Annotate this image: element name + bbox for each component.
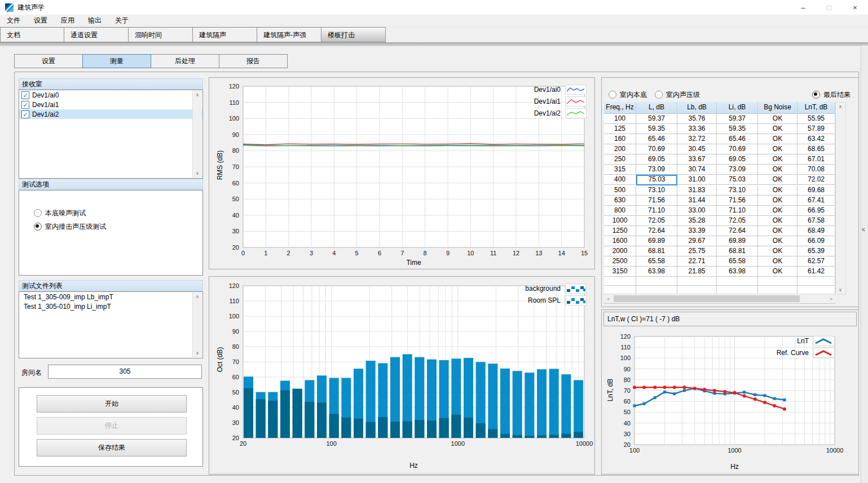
checkbox-icon[interactable]: ✓: [21, 91, 29, 99]
table-cell[interactable]: 29.67: [677, 236, 717, 246]
channel-list-scrollbar[interactable]: ∧ ∨: [192, 91, 202, 178]
table-cell[interactable]: 59.35: [717, 124, 758, 134]
minimize-icon[interactable]: –: [790, 0, 816, 15]
table-cell[interactable]: 67.58: [797, 216, 835, 226]
file-list-scrollbar[interactable]: ∧ ∨: [192, 293, 202, 357]
table-cell[interactable]: [758, 277, 797, 286]
scroll-down-icon[interactable]: ∨: [193, 169, 202, 178]
view-option[interactable]: 室内本底: [609, 88, 647, 101]
table-cell[interactable]: 31.83: [677, 185, 717, 196]
table-cell[interactable]: 70.69: [636, 144, 677, 154]
table-cell[interactable]: OK: [758, 134, 797, 144]
table-cell[interactable]: 25.75: [677, 246, 717, 256]
table-cell[interactable]: OK: [758, 256, 797, 267]
table-cell[interactable]: 65.39: [797, 246, 835, 256]
table-cell[interactable]: 35.76: [677, 114, 717, 124]
scroll-thumb[interactable]: [614, 295, 800, 302]
file-list-item[interactable]: Test 1_305-010_imp Li_impT: [19, 302, 202, 311]
table-cell[interactable]: 21.85: [677, 267, 717, 277]
table-cell[interactable]: 59.37: [717, 114, 758, 124]
table-cell[interactable]: 69.05: [717, 154, 758, 165]
scroll-down-icon[interactable]: ∨: [193, 349, 202, 357]
table-cell[interactable]: 69.05: [636, 154, 677, 165]
menu-item-输出[interactable]: 输出: [88, 16, 102, 25]
table-cell[interactable]: 63.98: [717, 267, 758, 277]
table-cell[interactable]: 70.08: [797, 165, 835, 175]
table-cell[interactable]: 33.36: [677, 124, 717, 134]
table-cell[interactable]: 33.39: [677, 226, 717, 236]
table-cell[interactable]: 30.74: [677, 165, 717, 175]
table-cell[interactable]: OK: [758, 206, 797, 216]
scroll-up-icon[interactable]: ∧: [193, 91, 202, 99]
table-cell[interactable]: OK: [758, 226, 797, 236]
scroll-right-icon[interactable]: >: [827, 294, 835, 303]
maximize-icon[interactable]: □: [816, 0, 842, 15]
table-cell[interactable]: 55.95: [797, 114, 835, 124]
table-cell[interactable]: OK: [758, 236, 797, 246]
channel-list-item[interactable]: ✓Dev1/ai0: [19, 90, 202, 100]
tab-楼板打击[interactable]: 楼板打击: [321, 27, 386, 42]
channel-list-item[interactable]: ✓Dev1/ai1: [19, 100, 202, 109]
table-cell[interactable]: OK: [758, 124, 797, 134]
table-cell[interactable]: 1600: [604, 236, 636, 246]
table-cell[interactable]: OK: [758, 267, 797, 277]
stop-button[interactable]: 停止: [37, 417, 187, 435]
menu-item-文件[interactable]: 文件: [7, 16, 20, 25]
table-cell[interactable]: 315: [604, 165, 636, 175]
view-option[interactable]: 室内声压级: [655, 88, 700, 101]
table-cell[interactable]: 69.89: [717, 236, 758, 246]
menu-item-设置[interactable]: 设置: [34, 16, 47, 25]
radio-icon[interactable]: [34, 223, 42, 231]
side-collapse-strip[interactable]: <: [861, 46, 868, 483]
table-cell[interactable]: 2000: [604, 246, 636, 256]
subtab-后处理[interactable]: 后处理: [151, 54, 219, 68]
table-cell[interactable]: 67.01: [797, 154, 835, 165]
table-cell[interactable]: 68.81: [636, 246, 677, 256]
file-list-item[interactable]: Test 1_305-009_imp Lb_impT: [19, 292, 202, 302]
close-icon[interactable]: ×: [842, 0, 868, 15]
table-cell[interactable]: 72.64: [717, 226, 758, 236]
table-cell[interactable]: 70.69: [717, 144, 758, 154]
table-cell[interactable]: OK: [758, 216, 797, 226]
radio-icon[interactable]: [34, 209, 42, 217]
table-cell[interactable]: [604, 277, 636, 286]
radio-icon[interactable]: [812, 91, 820, 99]
scroll-up-icon[interactable]: ∧: [193, 293, 202, 301]
table-cell[interactable]: 69.89: [636, 236, 677, 246]
table-cell[interactable]: 22.71: [677, 256, 717, 267]
radio-icon[interactable]: [655, 91, 663, 99]
table-cell[interactable]: 71.10: [717, 206, 758, 216]
room-name-input[interactable]: 305: [48, 365, 202, 379]
table-cell[interactable]: 800: [604, 206, 636, 216]
table-cell[interactable]: 63.42: [797, 134, 835, 144]
table-cell[interactable]: OK: [758, 196, 797, 206]
table-cell[interactable]: 33.00: [677, 206, 717, 216]
table-cell[interactable]: 72.64: [636, 226, 677, 236]
save-results-button[interactable]: 保存结果: [37, 439, 187, 457]
table-cell[interactable]: 500: [604, 185, 636, 196]
menu-item-应用[interactable]: 应用: [61, 16, 74, 25]
table-cell[interactable]: OK: [758, 114, 797, 124]
table-cell[interactable]: 75.03: [636, 175, 677, 185]
table-cell[interactable]: 66.95: [797, 206, 835, 216]
table-cell[interactable]: 35.28: [677, 216, 717, 226]
table-cell[interactable]: 66.09: [797, 236, 835, 246]
tab-文档[interactable]: 文档: [0, 27, 64, 42]
scroll-down-icon[interactable]: ∨: [836, 286, 845, 294]
table-cell[interactable]: 62.57: [797, 256, 835, 267]
table-cell[interactable]: 68.49: [797, 226, 835, 236]
table-cell[interactable]: 72.02: [797, 175, 835, 185]
table-cell[interactable]: 1250: [604, 226, 636, 236]
radio-icon[interactable]: [609, 91, 616, 99]
checkbox-icon[interactable]: ✓: [21, 101, 29, 109]
table-cell[interactable]: 73.10: [717, 185, 758, 196]
table-cell[interactable]: 59.37: [636, 114, 677, 124]
subtab-报告[interactable]: 报告: [219, 54, 288, 68]
table-cell[interactable]: 71.56: [636, 196, 677, 206]
tab-混响时间[interactable]: 混响时间: [129, 27, 193, 42]
table-cell[interactable]: 75.03: [717, 175, 758, 185]
table-cell[interactable]: OK: [758, 246, 797, 256]
table-cell[interactable]: 73.09: [717, 165, 758, 175]
table-cell[interactable]: [636, 277, 677, 286]
table-cell[interactable]: 32.72: [677, 134, 717, 144]
